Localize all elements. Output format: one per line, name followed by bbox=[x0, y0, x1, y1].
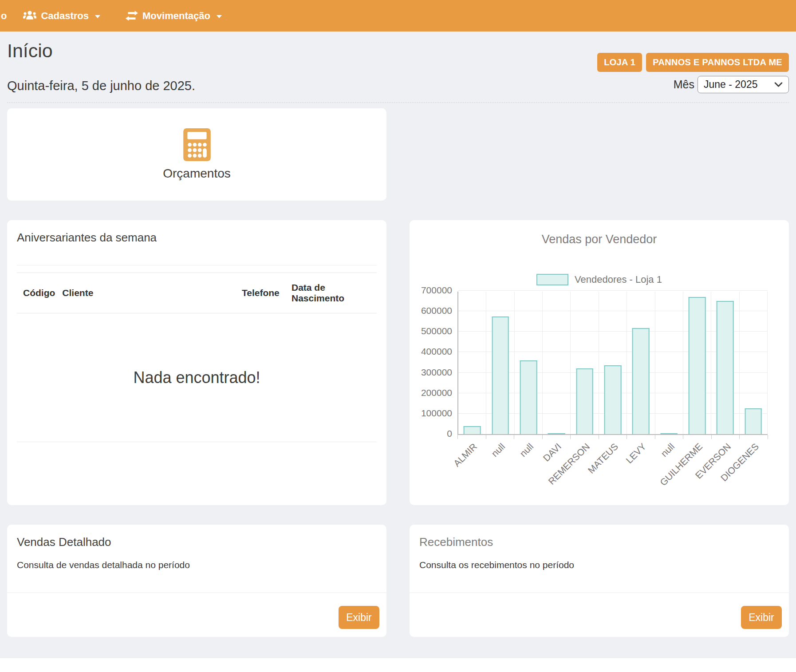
nav-item-label: Movimentação bbox=[142, 11, 210, 21]
chart-bar bbox=[660, 433, 678, 434]
x-tick bbox=[768, 435, 768, 439]
table-header-row: Código Cliente Telefone Data de Nascimen… bbox=[17, 273, 377, 313]
orcamentos-label: Orçamentos bbox=[163, 166, 231, 181]
legend-swatch bbox=[536, 274, 568, 285]
chart-column bbox=[599, 292, 627, 434]
current-date-text: Quinta-feira, 5 de junho de 2025. bbox=[7, 79, 195, 93]
x-tick bbox=[514, 435, 514, 439]
vendas-exibir-button[interactable]: Exibir bbox=[339, 606, 379, 629]
chart-column bbox=[571, 292, 599, 434]
chart-column bbox=[740, 292, 768, 434]
orcamentos-card[interactable]: Orçamentos bbox=[7, 108, 386, 201]
chart-column bbox=[486, 292, 514, 434]
chart-bar bbox=[520, 360, 537, 434]
users-icon bbox=[23, 10, 37, 21]
chart-bar bbox=[632, 328, 650, 434]
chart-bar bbox=[464, 426, 481, 434]
cards-grid: Orçamentos Aniversariantes da semana Cód… bbox=[7, 108, 789, 637]
x-tick bbox=[457, 435, 458, 439]
month-select-value: June - 2025 bbox=[704, 79, 757, 91]
recebimentos-card: Recebimentos Consulta os recebimentos no… bbox=[410, 525, 789, 637]
x-tick-label: MATEUS bbox=[586, 441, 620, 476]
divider bbox=[17, 265, 377, 265]
card-footer: Exibir bbox=[410, 593, 789, 637]
chevron-down-icon bbox=[95, 15, 100, 18]
column-header-codigo: Código bbox=[17, 273, 59, 313]
recebimentos-title: Recebimentos bbox=[419, 535, 779, 549]
y-tick-label: 400000 bbox=[421, 346, 452, 357]
chart-column bbox=[515, 292, 543, 434]
y-tick-label: 700000 bbox=[421, 285, 452, 296]
nav-item-label: Cadastros bbox=[41, 11, 89, 21]
x-tick-label: DAVI bbox=[541, 441, 564, 464]
vendas-detalhado-card: Vendas Detalhado Consulta de vendas deta… bbox=[7, 525, 386, 637]
vendas-detalhado-title: Vendas Detalhado bbox=[17, 535, 377, 549]
chart-bar bbox=[689, 297, 706, 434]
chevron-down-icon bbox=[217, 15, 222, 18]
y-tick-label: 100000 bbox=[421, 408, 452, 419]
recebimentos-description: Consulta os recebimentos no período bbox=[419, 560, 779, 570]
chart-bar bbox=[576, 368, 593, 434]
legend-label: Vendedores - Loja 1 bbox=[575, 274, 662, 285]
x-tick bbox=[655, 435, 655, 439]
birthdays-card: Aniversariantes da semana Código Cliente… bbox=[7, 220, 386, 505]
store-buttons: LOJA 1 PANNOS E PANNOS LTDA ME bbox=[597, 53, 789, 72]
chart-title: Vendas por Vendedor bbox=[419, 233, 779, 246]
sales-chart-card: Vendas por Vendedor Vendedores - Loja 1 … bbox=[410, 220, 789, 505]
company-button[interactable]: PANNOS E PANNOS LTDA ME bbox=[646, 53, 789, 72]
x-tick-label: null bbox=[658, 441, 676, 459]
month-select[interactable]: June - 2025 bbox=[697, 76, 789, 93]
birthdays-title: Aniversariantes da semana bbox=[17, 231, 377, 245]
store-button[interactable]: LOJA 1 bbox=[597, 53, 642, 72]
y-tick-label: 600000 bbox=[421, 305, 452, 316]
x-tick bbox=[542, 435, 543, 439]
month-label: Mês bbox=[674, 78, 694, 91]
nav-item-partial[interactable]: o bbox=[1, 11, 7, 21]
chart-xlabels: ALMIRnullnullDAVIREMERSONMATEUSLEVYnullG… bbox=[457, 435, 768, 475]
y-tick-label: 300000 bbox=[421, 367, 452, 378]
y-tick-label: 0 bbox=[447, 428, 452, 439]
x-tick bbox=[627, 435, 627, 439]
x-tick bbox=[599, 435, 599, 439]
chart-column bbox=[627, 292, 655, 434]
footer-strip bbox=[0, 658, 796, 672]
x-tick-label: null bbox=[489, 441, 507, 459]
chevron-down-icon bbox=[774, 82, 783, 87]
exchange-icon bbox=[125, 11, 138, 21]
chart-legend[interactable]: Vendedores - Loja 1 bbox=[419, 274, 779, 285]
chart-column bbox=[458, 292, 486, 434]
x-tick-label: null bbox=[518, 441, 536, 459]
chart-column bbox=[655, 292, 683, 434]
nav-item-cadastros[interactable]: Cadastros bbox=[23, 10, 100, 21]
chart-bar bbox=[745, 408, 762, 434]
chart-bar bbox=[548, 433, 565, 434]
nav-item-movimentacao[interactable]: Movimentação bbox=[125, 11, 222, 21]
calculator-icon bbox=[183, 128, 211, 161]
chart-plot: 0100000200000300000400000500000600000700… bbox=[457, 292, 768, 435]
y-tick-label: 500000 bbox=[421, 326, 452, 336]
page-content: Início LOJA 1 PANNOS E PANNOS LTDA ME Qu… bbox=[0, 40, 796, 637]
table-row: Nada encontrado! bbox=[17, 313, 377, 442]
x-tick bbox=[570, 435, 571, 439]
chart-column bbox=[711, 292, 739, 434]
birthdays-table: Código Cliente Telefone Data de Nascimen… bbox=[17, 273, 377, 442]
x-tick bbox=[711, 435, 712, 439]
date-row: Quinta-feira, 5 de junho de 2025. Mês Ju… bbox=[7, 76, 789, 103]
recebimentos-exibir-button[interactable]: Exibir bbox=[741, 606, 782, 629]
x-tick bbox=[683, 435, 683, 439]
month-picker: Mês June - 2025 bbox=[674, 76, 789, 93]
chart-column bbox=[543, 292, 571, 434]
chart-columns bbox=[458, 292, 768, 434]
chart-bar bbox=[492, 316, 509, 434]
empty-state-message: Nada encontrado! bbox=[17, 313, 377, 442]
navbar: o Cadastros Movimentação bbox=[0, 0, 796, 32]
y-tick-label: 200000 bbox=[421, 387, 452, 398]
chart-bar bbox=[604, 365, 622, 434]
vendas-detalhado-description: Consulta de vendas detalhada no período bbox=[17, 560, 377, 570]
column-header-cliente: Cliente bbox=[59, 273, 238, 313]
x-tick bbox=[486, 435, 486, 439]
x-tick bbox=[739, 435, 740, 439]
x-tick-label: ALMIR bbox=[451, 441, 479, 469]
chart-column bbox=[683, 292, 711, 434]
x-tick-label: LEVY bbox=[624, 441, 648, 466]
